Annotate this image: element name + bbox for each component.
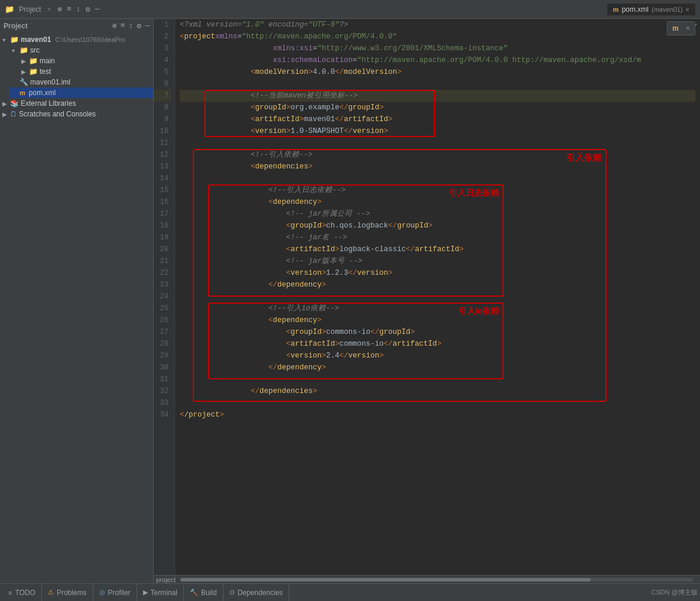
ln-28: 28 — [154, 338, 171, 350]
code-line-12[interactable]: <!--引入依赖--> — [180, 149, 695, 161]
arrow-icon: ▶ — [2, 100, 8, 107]
code-line-34[interactable]: </project> — [180, 409, 695, 421]
bottom-tab-todo[interactable]: ≡ TODO — [2, 584, 42, 601]
ln-22: 22 — [154, 267, 171, 279]
sidebar-item-ext-libs[interactable]: ▶ 📚 External Libraries — [0, 98, 153, 109]
arrow-icon: ▶ — [21, 58, 27, 64]
scrollbar-thumb[interactable] — [180, 578, 591, 581]
ln-23: 23 — [154, 279, 171, 291]
ln-17: 17 — [154, 208, 171, 220]
src-label: src — [30, 46, 40, 54]
code-line-32[interactable]: </dependencies> — [180, 385, 695, 397]
ln-24: 24 — [154, 291, 171, 303]
ln-3: 3 — [154, 43, 171, 54]
top-bar: 📁 Project ▾ ⊕ ≡ ↕ ⚙ — m pom.xml (maven01… — [0, 0, 700, 19]
arrow-icon: ▾ — [12, 47, 18, 54]
test-folder-icon: 📁 — [29, 67, 38, 76]
sidebar-item-scratches[interactable]: ▶ 🗒 Scratches and Consoles — [0, 109, 153, 119]
dependencies-icon: ⊙ — [229, 589, 235, 596]
problems-icon: ⚠ — [48, 589, 54, 596]
arrow-icon: ▾ — [2, 37, 8, 43]
top-bar-icon5: ⚙ — [86, 5, 90, 14]
profiler-label: Profiler — [108, 589, 131, 597]
sidebar-toolbar: ⊕ ≡ ↕ ⚙ — — [112, 21, 150, 31]
bottom-tab-problems[interactable]: ⚠ Problems — [42, 584, 93, 601]
sidebar-icon-1[interactable]: ⊕ — [112, 21, 117, 31]
xml-file-icon: m — [613, 6, 619, 13]
sidebar-settings-icon[interactable]: ⚙ — [137, 21, 141, 31]
sidebar-item-pomxml[interactable]: m pom.xml — [9, 87, 153, 98]
code-line-11 — [180, 137, 695, 149]
sidebar-icon-3[interactable]: ↕ — [129, 21, 134, 31]
code-line-13[interactable]: <dependencies> — [180, 161, 695, 173]
ln-7: 7 — [154, 90, 171, 102]
sidebar-item-maven01[interactable]: ▾ 📁 maven01 C:\Users\10765\IdeaPro — [0, 34, 153, 45]
bottom-tab-terminal[interactable]: ▶ Terminal — [137, 584, 184, 601]
sidebar-item-src[interactable]: ▾ 📁 src — [9, 45, 153, 56]
todo-icon: ≡ — [8, 589, 12, 596]
ext-libs-icon: 📚 — [10, 99, 19, 108]
pomxml-label: pom.xml — [29, 89, 56, 97]
bottom-tab-build[interactable]: 🔨 Build — [184, 584, 223, 601]
sidebar-icon-2[interactable]: ≡ — [121, 21, 125, 31]
top-bar-icon2: ⊕ — [57, 5, 62, 14]
code-line-10[interactable]: <version>1.0-SNAPSHOT</version> — [180, 125, 695, 137]
terminal-label: Terminal — [151, 589, 177, 597]
sidebar-item-test[interactable]: ▶ 📁 test — [19, 66, 153, 77]
code-line-7[interactable]: <!--当前maven被引用坐标--> — [180, 90, 695, 102]
ln-2: 2 — [154, 31, 171, 43]
code-line-23[interactable]: </dependency> — [180, 279, 695, 291]
sidebar: Project ⊕ ≡ ↕ ⚙ — ▾ 📁 maven01 C:\Users\1… — [0, 19, 154, 583]
todo-label: TODO — [15, 589, 35, 597]
top-bar-icon6: — — [95, 5, 99, 14]
ln-1: 1 — [154, 19, 171, 31]
iml-icon: 🔧 — [20, 78, 28, 86]
code-line-9[interactable]: <artifactId>maven01</artifactId> — [180, 113, 695, 125]
ln-33: 33 — [154, 397, 171, 409]
main-label: main — [40, 57, 55, 65]
bottom-tab-profiler[interactable]: ◎ Profiler — [93, 584, 137, 601]
top-bar-sep1: ▾ — [47, 5, 51, 14]
ext-libs-label: External Libraries — [21, 99, 76, 108]
code-line-30[interactable]: </dependency> — [180, 362, 695, 373]
ln-18: 18 — [154, 220, 171, 232]
ln-13: 13 — [154, 161, 171, 173]
tab-close-button[interactable]: × — [686, 6, 689, 13]
tab-filename: pom.xml — [622, 5, 649, 14]
arrow-icon: ▶ — [2, 111, 8, 118]
code-line-6 — [180, 78, 695, 90]
ln-25: 25 — [154, 303, 171, 314]
sidebar-minimize-icon[interactable]: — — [145, 21, 150, 31]
sidebar-item-iml[interactable]: 🔧 maven01.iml — [9, 77, 153, 87]
ln-29: 29 — [154, 350, 171, 362]
maven01-path: C:\Users\10765\IdeaPro — [55, 36, 125, 43]
main-folder-icon: 📁 — [29, 57, 38, 65]
profiler-icon: ◎ — [99, 589, 105, 596]
top-bar-icon4: ↕ — [76, 5, 81, 14]
ln-15: 15 — [154, 184, 171, 196]
problems-label: Problems — [57, 589, 87, 597]
scratches-label: Scratches and Consoles — [19, 110, 96, 118]
editor-content: 1 2 3 4 5 6 7 8 9 10 11 12 13 14 15 16 1… — [154, 19, 700, 575]
build-icon: 🔨 — [190, 589, 198, 596]
code-line-1[interactable]: <?xml version="1.0" encoding="UTF-8"?> — [180, 19, 695, 31]
sidebar-item-main[interactable]: ▶ 📁 main — [19, 56, 153, 66]
build-label: Build — [201, 589, 217, 597]
ln-26: 26 — [154, 314, 171, 326]
src-folder-icon: 📁 — [20, 46, 28, 54]
iml-label: maven01.iml — [30, 78, 70, 86]
ln-6: 6 — [154, 78, 171, 90]
code-line-4[interactable]: xsi:schemaLocation="http://maven.apache.… — [180, 54, 695, 66]
code-line-33 — [180, 397, 695, 409]
editor-tab-pom[interactable]: m pom.xml (maven01) × — [607, 4, 695, 15]
bottom-tab-dependencies[interactable]: ⊙ Dependencies — [223, 584, 290, 601]
code-line-5[interactable]: <modelVersion>4.0.0</modelVersion> — [180, 66, 695, 78]
code-line-8[interactable]: <groupId>org.example</groupId> — [180, 102, 695, 113]
code-wrapper: <?xml version="1.0" encoding="UTF-8"?> <… — [175, 19, 700, 575]
ln-21: 21 — [154, 255, 171, 267]
ln-31: 31 — [154, 373, 171, 385]
sidebar-header: Project ⊕ ≡ ↕ ⚙ — — [0, 19, 153, 33]
bottom-bar: ≡ TODO ⚠ Problems ◎ Profiler ▶ Terminal … — [0, 583, 700, 601]
ln-8: 8 — [154, 102, 171, 113]
project-title: Project — [19, 5, 41, 14]
